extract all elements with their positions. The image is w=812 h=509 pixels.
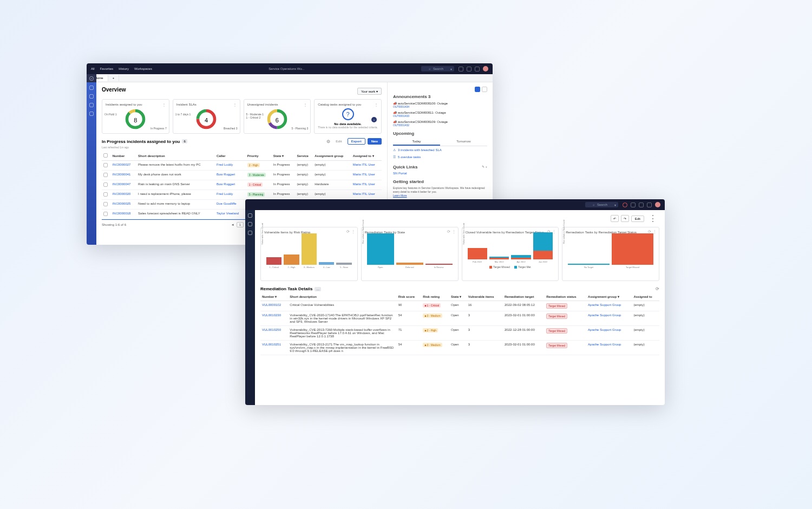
group-link[interactable]: Apache Support Group: [588, 314, 621, 317]
rail-icon[interactable]: [248, 222, 252, 226]
nav-all[interactable]: All: [91, 67, 95, 70]
tab-add[interactable]: +: [108, 75, 120, 81]
checkbox[interactable]: [103, 163, 108, 167]
bar[interactable]: No Target: [568, 264, 610, 269]
col-header[interactable]: State ▾: [449, 292, 467, 301]
caller-link[interactable]: Fred Luddy: [217, 163, 233, 166]
col-header[interactable]: [102, 151, 111, 161]
nav-workspaces[interactable]: Workspaces: [134, 67, 152, 70]
export-button[interactable]: Export: [348, 138, 365, 145]
pencil-icon[interactable]: ✎ +: [482, 165, 487, 172]
table-row[interactable]: INC0000047 Rain is leaking on main DNS S…: [102, 180, 382, 190]
caller-link[interactable]: Taylor Vreeland: [217, 212, 239, 215]
col-header[interactable]: Short description: [288, 292, 396, 301]
view-list-icon[interactable]: [482, 87, 487, 92]
more-icon[interactable]: ⋮: [351, 230, 355, 234]
col-header[interactable]: Remediation status: [545, 292, 586, 301]
rail-icon[interactable]: [89, 86, 94, 90]
table-row[interactable]: INC0000020 I need a replacement iPhone, …: [102, 190, 382, 200]
announcement-item[interactable]: 📣 autoServiceCSDM008100: OutageOUT000143…: [393, 101, 487, 108]
tab-tomorrow[interactable]: Tomorrow: [440, 138, 487, 146]
table-row[interactable]: VUL0000102 Critical Overdue Vulnerabilit…: [260, 301, 659, 311]
refresh-icon[interactable]: ⟳: [547, 230, 551, 234]
col-header[interactable]: Assigned to ▾: [351, 151, 382, 161]
checkbox[interactable]: [103, 202, 108, 206]
incident-link[interactable]: INC0000047: [113, 182, 131, 186]
more-icon[interactable]: ⋮: [452, 230, 456, 234]
col-header[interactable]: Assignment group ▾: [586, 292, 632, 301]
vul-link[interactable]: VUL0000102: [262, 303, 281, 306]
checkbox[interactable]: [103, 173, 108, 177]
quick-link[interactable]: SN Portal: [393, 172, 487, 175]
vul-link[interactable]: VUL0010251: [262, 343, 281, 346]
col-header[interactable]: Assignment group: [313, 151, 351, 161]
more-icon[interactable]: ⋮: [233, 102, 237, 107]
bar[interactable]: Feb 2022: [468, 248, 487, 263]
nav-favorites[interactable]: Favorites: [100, 67, 114, 70]
bar[interactable]: 2 - High: [284, 255, 299, 269]
col-header[interactable]: State ▾: [272, 151, 296, 161]
more-icon[interactable]: ⋮: [303, 102, 307, 107]
table-row[interactable]: VUL0010250 Vulnerability_CVE-2013-7260:M…: [260, 326, 659, 341]
bar[interactable]: In Review: [425, 264, 453, 269]
learn-more-link[interactable]: Learn More: [393, 194, 407, 197]
your-work-button[interactable]: Your work ▾: [357, 88, 382, 95]
table-row[interactable]: INC0000027 Please remove the latest hotf…: [102, 161, 382, 171]
rail-icon[interactable]: [248, 213, 252, 218]
rail-icon[interactable]: [248, 231, 252, 235]
col-header[interactable]: Priority: [246, 151, 272, 161]
refresh-icon[interactable]: ⟳: [447, 230, 450, 234]
caller-link[interactable]: Fred Luddy: [217, 192, 233, 195]
caller-link[interactable]: Doe Goodliffe: [217, 202, 237, 205]
chat-icon[interactable]: [459, 67, 463, 71]
global-search[interactable]: ⌕Search▾: [421, 66, 454, 71]
refresh-icon[interactable]: ⟳: [656, 286, 659, 291]
edit-button[interactable]: Edit: [631, 216, 644, 222]
help-icon[interactable]: [639, 203, 644, 207]
checkbox[interactable]: [103, 192, 108, 197]
bell-icon[interactable]: [475, 67, 480, 71]
col-header[interactable]: Short description: [136, 151, 215, 161]
assignee-link[interactable]: Maria ITIL User: [353, 182, 375, 186]
gear-icon[interactable]: ⚙: [326, 139, 330, 144]
col-header[interactable]: Number ▾: [260, 292, 288, 301]
rail-icon[interactable]: [89, 112, 94, 116]
caller-link[interactable]: Bow Ruggeri: [217, 182, 235, 186]
col-header[interactable]: Number: [111, 151, 136, 161]
col-header[interactable]: Service: [296, 151, 313, 161]
redo-icon[interactable]: ↷: [621, 215, 629, 222]
vul-link[interactable]: VUL0010250: [262, 328, 281, 331]
vul-link[interactable]: VUL0010230: [262, 314, 281, 317]
bar[interactable]: 3 - Medium: [302, 233, 317, 269]
more-icon[interactable]: ⋮: [374, 102, 378, 107]
pager-page[interactable]: 1: [237, 222, 244, 227]
avatar[interactable]: [483, 66, 488, 71]
undo-icon[interactable]: ↶: [611, 215, 619, 222]
upcoming-item[interactable]: ⚠3 incidents with breached SLA: [393, 146, 487, 153]
group-link[interactable]: Apache Support Group: [588, 303, 621, 306]
new-button[interactable]: New: [368, 138, 382, 145]
more-icon[interactable]: ⋮: [653, 230, 657, 234]
incident-link[interactable]: INC0000041: [113, 173, 131, 176]
more-icon[interactable]: ⋮: [552, 230, 556, 234]
col-header[interactable]: Vulnerable items: [467, 292, 503, 301]
col-header[interactable]: Assigned to: [632, 292, 659, 301]
assignee-link[interactable]: Maria ITIL User: [353, 173, 375, 176]
bar[interactable]: Open: [367, 233, 394, 269]
bar[interactable]: 5 - None: [336, 263, 351, 269]
avatar[interactable]: [655, 202, 660, 207]
logo-icon[interactable]: [87, 74, 96, 82]
more-icon[interactable]: ⋮: [646, 213, 659, 224]
col-header[interactable]: Risk score: [397, 292, 422, 301]
bar[interactable]: 4 - Low: [319, 262, 334, 269]
checkbox[interactable]: [103, 153, 108, 158]
more-icon[interactable]: ⋮: [162, 102, 166, 107]
incident-link[interactable]: INC0000027: [113, 163, 131, 166]
rail-icon[interactable]: [89, 103, 94, 107]
bar[interactable]: Mar 2022: [489, 257, 509, 263]
bar[interactable]: Apr 2022: [511, 255, 531, 263]
table-row[interactable]: INC0000041 My desk phone does not work B…: [102, 171, 382, 180]
bar[interactable]: Jun 2022: [533, 232, 553, 263]
checkbox[interactable]: [103, 182, 108, 187]
refresh-icon[interactable]: ⟳: [648, 230, 651, 234]
